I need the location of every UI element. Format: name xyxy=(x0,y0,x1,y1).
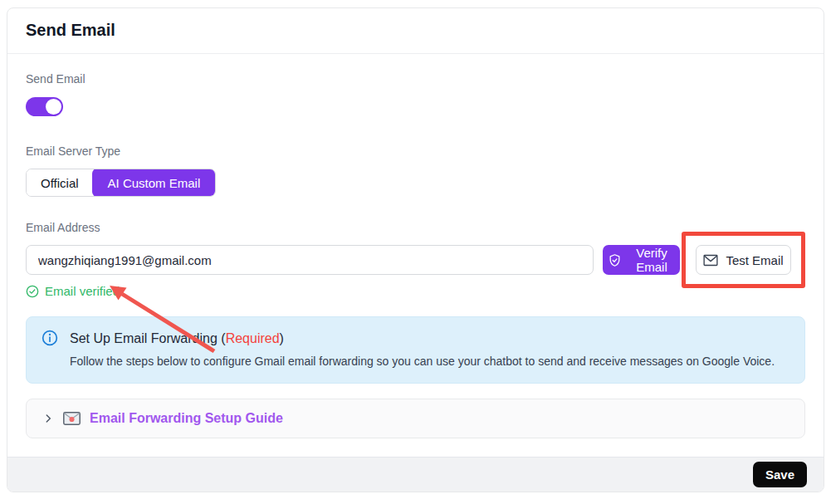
check-circle-icon xyxy=(26,285,39,298)
required-label: Required xyxy=(226,331,280,345)
shield-check-icon xyxy=(608,253,622,267)
send-email-toggle-label: Send Email xyxy=(26,72,805,86)
test-email-button[interactable]: Test Email xyxy=(696,245,791,275)
send-email-toggle[interactable] xyxy=(26,97,63,116)
panel-footer: Save xyxy=(7,457,824,492)
segment-ai-custom-email[interactable]: AI Custom Email xyxy=(92,169,217,197)
segment-official[interactable]: Official xyxy=(27,169,93,196)
guide-accordion-label: Email Forwarding Setup Guide xyxy=(90,411,283,426)
info-box-description: Follow the steps below to configure Gmai… xyxy=(70,355,789,369)
panel-header: Send Email xyxy=(7,8,824,54)
panel-body: Send Email Email Server Type Official AI… xyxy=(7,54,824,457)
verify-email-button[interactable]: Verify Email xyxy=(603,245,680,275)
page-title: Send Email xyxy=(26,21,805,40)
send-email-panel: Send Email Send Email Email Server Type … xyxy=(7,7,824,492)
email-verified-text: Email verified xyxy=(45,284,120,298)
envelope-icon xyxy=(703,254,718,267)
info-title-close: ) xyxy=(280,331,284,345)
test-email-label: Test Email xyxy=(726,253,783,267)
info-title-text: Set Up Email Forwarding ( xyxy=(70,331,226,345)
info-circle-icon xyxy=(42,330,58,346)
email-forwarding-guide-accordion[interactable]: Email Forwarding Setup Guide xyxy=(26,399,805,438)
save-button[interactable]: Save xyxy=(753,462,807,487)
email-forwarding-info-box: Set Up Email Forwarding (Required) Follo… xyxy=(26,316,805,384)
info-box-title: Set Up Email Forwarding (Required) xyxy=(70,330,284,347)
verify-email-label: Verify Email xyxy=(628,246,675,274)
email-emoji-icon xyxy=(63,412,81,425)
email-address-input[interactable] xyxy=(26,245,594,275)
chevron-right-icon[interactable] xyxy=(42,413,54,424)
email-input-row: Verify Email Test Email xyxy=(26,245,805,275)
toggle-knob xyxy=(46,99,61,115)
red-highlight-annotation: Test Email xyxy=(682,232,805,288)
info-title-row: Set Up Email Forwarding (Required) xyxy=(42,330,789,347)
server-type-segmented-control: Official AI Custom Email xyxy=(26,169,216,197)
server-type-label: Email Server Type xyxy=(26,144,805,159)
